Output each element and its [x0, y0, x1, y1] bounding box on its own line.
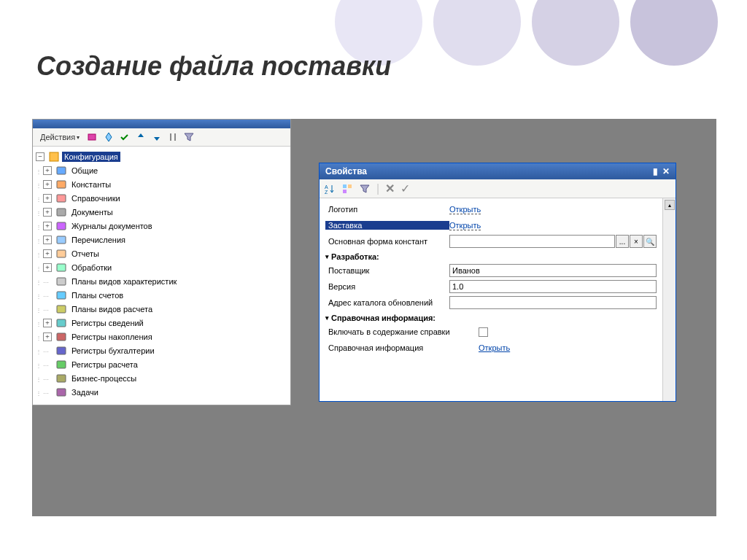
help-info-label: Справочная информация: [325, 343, 479, 352]
toolbar-icon-3[interactable]: [119, 131, 131, 143]
tree-item[interactable]: ⋮⋯Планы видов характеристик: [34, 274, 289, 288]
tree-item-label[interactable]: Планы видов характеристик: [69, 276, 179, 287]
tree-item[interactable]: ⋮+Общие: [34, 163, 289, 177]
include-help-checkbox[interactable]: [479, 327, 488, 337]
svg-rect-2: [57, 167, 66, 174]
tree-item[interactable]: ⋮+Перечисления: [34, 233, 289, 246]
tree-item-label[interactable]: Справочники: [69, 193, 123, 203]
expand-icon[interactable]: +: [43, 319, 52, 327]
pin-icon[interactable]: ▮: [653, 166, 658, 176]
expand-icon[interactable]: +: [43, 208, 52, 217]
svg-rect-8: [57, 250, 66, 257]
tree-item[interactable]: ⋮⋯Задачи: [34, 385, 289, 399]
tree-item-label[interactable]: Бизнес-процессы: [69, 373, 139, 384]
mainform-magnify-button[interactable]: 🔍: [643, 235, 657, 248]
logo-label: Логотип: [325, 205, 449, 214]
categorize-icon[interactable]: [341, 183, 353, 195]
tree-item[interactable]: ⋮+Обработки: [34, 260, 289, 274]
svg-rect-22: [348, 184, 352, 188]
filter2-icon[interactable]: [359, 183, 371, 195]
version-input[interactable]: [449, 280, 657, 293]
actions-menu[interactable]: Действия ▾: [37, 131, 82, 143]
tree-item-label[interactable]: Отчеты: [69, 249, 101, 259]
tree-item[interactable]: ⋮+Журналы документов: [34, 219, 289, 233]
tree-item[interactable]: ⋮+Регистры накопления: [34, 330, 289, 343]
svg-rect-7: [57, 236, 66, 244]
prop-catalog: Адрес каталога обновлений: [325, 295, 657, 311]
scroll-up-icon[interactable]: ▴: [665, 200, 675, 210]
prop-include-help: Включать в содержание справки: [325, 324, 657, 340]
properties-titlebar: Свойства ▮ ✕: [320, 163, 676, 179]
svg-rect-18: [57, 389, 66, 396]
help-info-open-link[interactable]: Открыть: [479, 343, 510, 352]
tree-item-icon: [55, 179, 67, 190]
svg-rect-9: [57, 264, 66, 271]
tree-item-label[interactable]: Документы: [69, 207, 115, 217]
tree-item[interactable]: ⋮+Документы: [34, 205, 289, 219]
tree-item[interactable]: ⋮⋯Бизнес-процессы: [34, 371, 289, 385]
tree-item[interactable]: ⋮+Отчеты: [34, 246, 289, 260]
group-development[interactable]: ▾ Разработка:: [325, 252, 657, 261]
filter-icon[interactable]: [183, 131, 195, 143]
expand-icon[interactable]: −: [36, 152, 44, 161]
tree-item-label[interactable]: Константы: [69, 179, 113, 190]
group-help[interactable]: ▾ Справочная информация:: [325, 314, 657, 322]
catalog-label: Адрес каталога обновлений: [325, 298, 449, 307]
tree-item-label[interactable]: Задачи: [69, 387, 101, 397]
config-tree[interactable]: − Конфигурация ⋮+Общие⋮+Константы⋮+Справ…: [33, 147, 290, 405]
svg-rect-15: [57, 347, 66, 354]
tree-item-label[interactable]: Регистры расчета: [69, 359, 140, 370]
mainform-browse-button[interactable]: ...: [616, 235, 629, 248]
tree-item[interactable]: ⋮⋯Планы счетов: [34, 288, 289, 302]
catalog-input[interactable]: [449, 296, 657, 309]
expand-icon[interactable]: +: [43, 332, 52, 341]
vendor-input[interactable]: [449, 264, 657, 277]
group-help-label: Справочная информация:: [331, 314, 436, 322]
expand-icon[interactable]: +: [43, 249, 52, 258]
sort-icon[interactable]: [167, 131, 179, 143]
expand-icon[interactable]: +: [43, 194, 52, 203]
tree-item-icon: [55, 303, 67, 315]
expand-icon[interactable]: +: [43, 166, 52, 175]
expand-icon[interactable]: +: [43, 222, 52, 230]
tree-item-label[interactable]: Общие: [69, 166, 100, 176]
tree-item-icon: [55, 331, 67, 343]
x-icon[interactable]: ✕: [385, 182, 395, 195]
tree-item-label[interactable]: Регистры накопления: [69, 332, 155, 342]
mainform-clear-button[interactable]: ×: [630, 235, 643, 248]
tree-item-label[interactable]: Планы видов расчета: [69, 304, 155, 314]
root-label[interactable]: Конфигурация: [62, 152, 120, 162]
prop-version: Версия: [325, 279, 657, 295]
tree-root[interactable]: − Конфигурация: [34, 149, 289, 163]
toolbar-icon-2[interactable]: [103, 131, 115, 143]
expand-icon[interactable]: +: [43, 236, 52, 244]
prop-splash: Заставка Открыть: [325, 217, 657, 233]
scrollbar[interactable]: ▴: [662, 198, 676, 401]
tree-item-label[interactable]: Регистры сведений: [69, 318, 146, 328]
splash-label[interactable]: Заставка: [325, 221, 449, 230]
tree-item-label[interactable]: Журналы документов: [69, 221, 155, 231]
mainform-input[interactable]: [449, 235, 615, 248]
include-help-label: Включать в содержание справки: [325, 327, 479, 336]
tree-item-label[interactable]: Регистры бухгалтерии: [69, 346, 157, 356]
tree-item[interactable]: ⋮⋯Регистры расчета: [34, 357, 289, 371]
tree-item-label[interactable]: Перечисления: [69, 235, 128, 245]
sort-az-icon[interactable]: AZ: [324, 183, 336, 195]
expand-icon[interactable]: +: [43, 180, 52, 189]
toolbar-icon-1[interactable]: [87, 131, 98, 143]
tree-item-label[interactable]: Обработки: [69, 262, 114, 273]
tree-item-label[interactable]: Планы счетов: [69, 290, 125, 300]
check-icon[interactable]: ✓: [400, 182, 410, 195]
tree-item[interactable]: ⋮⋯Планы видов расчета: [34, 302, 289, 316]
expand-icon[interactable]: +: [43, 263, 52, 272]
tree-item[interactable]: ⋮⋯Регистры бухгалтерии: [34, 343, 289, 357]
tree-item-icon: [55, 234, 67, 246]
logo-open-link[interactable]: Открыть: [449, 205, 481, 214]
up-icon[interactable]: [135, 131, 147, 143]
tree-item[interactable]: ⋮+Справочники: [34, 191, 289, 205]
close-icon[interactable]: ✕: [662, 166, 670, 176]
down-icon[interactable]: [151, 131, 163, 143]
splash-open-link[interactable]: Открыть: [449, 221, 481, 230]
tree-item[interactable]: ⋮+Регистры сведений: [34, 316, 289, 330]
tree-item[interactable]: ⋮+Константы: [34, 177, 289, 191]
